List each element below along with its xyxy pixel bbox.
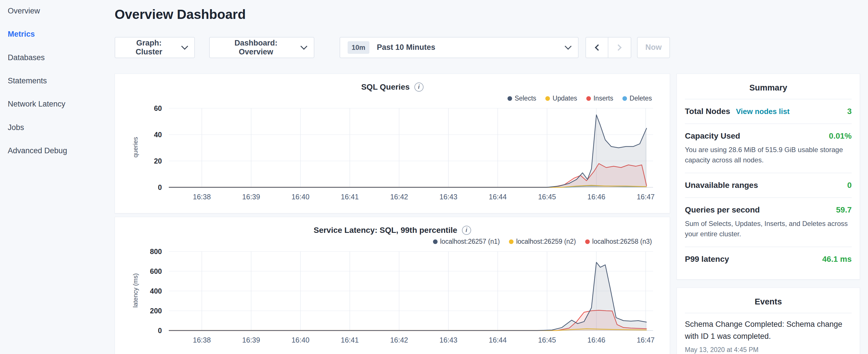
svg-text:16:44: 16:44 <box>489 193 507 201</box>
legend-dot <box>622 96 627 101</box>
legend-label: Selects <box>515 95 536 102</box>
legend-item[interactable]: localhost:26257 (n1) <box>433 238 500 246</box>
svg-text:16:38: 16:38 <box>193 336 211 344</box>
summary-label: Total Nodes <box>685 107 730 116</box>
summary-value: 59.7 <box>836 205 852 215</box>
summary-row-capacity-used: Capacity Used 0.01% You are using 28.6 M… <box>685 123 852 173</box>
chart-legend: SelectsUpdatesInsertsDeletes <box>123 95 652 102</box>
summary-row-unavailable-ranges: Unavailable ranges 0 <box>685 173 852 197</box>
chevron-down-icon <box>564 43 571 50</box>
svg-text:16:45: 16:45 <box>538 336 556 344</box>
summary-label: P99 latency <box>685 255 729 264</box>
sidebar-item-metrics[interactable]: Metrics <box>8 30 115 38</box>
event-message: Schema Change Completed: Schema change w… <box>685 319 852 343</box>
chart-body: queries 020406016:3816:3916:4016:4116:42… <box>123 103 662 203</box>
now-button[interactable]: Now <box>637 37 670 58</box>
legend-dot <box>586 96 591 101</box>
summary-value: 0 <box>847 181 852 190</box>
summary-description: You are using 28.6 MiB of 515.9 GiB usab… <box>685 144 852 165</box>
time-range-dropdown[interactable]: 10m Past 10 Minutes <box>340 37 579 58</box>
page-title: Overview Dashboard <box>115 7 670 22</box>
legend-label: Updates <box>553 95 577 102</box>
dashboard-dropdown[interactable]: Dashboard: Overview <box>209 37 314 58</box>
time-nav-group <box>585 37 631 58</box>
legend-label: localhost:26257 (n1) <box>440 238 500 246</box>
summary-row-total-nodes: Total Nodes View nodes list 3 <box>685 99 852 123</box>
svg-text:16:40: 16:40 <box>291 193 309 201</box>
summary-title: Summary <box>677 83 860 93</box>
summary-value: 46.1 ms <box>822 255 852 264</box>
graph-scope-dropdown[interactable]: Graph: Cluster <box>115 37 195 58</box>
toolbar: Graph: Cluster Dashboard: Overview 10m P… <box>115 37 670 58</box>
svg-text:0: 0 <box>158 326 162 334</box>
svg-text:16:45: 16:45 <box>538 193 556 201</box>
svg-text:16:43: 16:43 <box>440 336 458 344</box>
chevron-down-icon <box>181 43 188 50</box>
graph-scope-label: Graph: Cluster <box>123 39 175 57</box>
chevron-down-icon <box>301 43 308 50</box>
svg-text:16:40: 16:40 <box>291 336 309 344</box>
legend-label: localhost:26259 (n2) <box>516 238 576 246</box>
events-title: Events <box>677 297 860 307</box>
chevron-left-icon <box>595 44 601 51</box>
legend-item[interactable]: Deletes <box>622 95 652 102</box>
summary-description: Sum of Selects, Updates, Inserts, and De… <box>685 219 852 239</box>
chevron-right-icon <box>615 44 622 51</box>
summary-label: Queries per second <box>685 205 760 215</box>
info-icon[interactable]: i <box>414 83 424 92</box>
sidebar-item-overview[interactable]: Overview <box>8 7 115 15</box>
time-range-badge: 10m <box>348 41 369 54</box>
chart-title: SQL Queries <box>361 83 409 92</box>
info-icon[interactable]: i <box>462 226 471 235</box>
svg-text:16:42: 16:42 <box>390 336 408 344</box>
legend-item[interactable]: localhost:26259 (n2) <box>509 238 576 246</box>
svg-text:16:41: 16:41 <box>341 336 359 344</box>
svg-text:200: 200 <box>150 307 162 315</box>
summary-label: Capacity Used <box>685 131 740 141</box>
chart-header: Service Latency: SQL, 99th percentile i <box>123 226 662 235</box>
svg-text:16:42: 16:42 <box>390 193 408 201</box>
legend-label: localhost:26258 (n3) <box>592 238 652 246</box>
summary-row-queries-per-second: Queries per second 59.7 Sum of Selects, … <box>685 197 852 247</box>
svg-text:16:44: 16:44 <box>489 336 507 344</box>
time-prev-button[interactable] <box>585 37 608 58</box>
legend-item[interactable]: localhost:26258 (n3) <box>585 238 652 246</box>
legend-dot <box>585 239 590 244</box>
service-latency-chart: 020040060080016:3816:3916:4016:4116:4216… <box>123 246 662 347</box>
main-content: Overview Dashboard Graph: Cluster Dashbo… <box>115 0 670 354</box>
sidebar-item-advanced-debug[interactable]: Advanced Debug <box>8 147 115 155</box>
chart-card-service-latency: Service Latency: SQL, 99th percentile i … <box>115 217 670 354</box>
svg-text:20: 20 <box>154 157 162 165</box>
sidebar-item-jobs[interactable]: Jobs <box>8 123 115 131</box>
chart-legend: localhost:26257 (n1)localhost:26259 (n2)… <box>123 238 652 246</box>
svg-text:0: 0 <box>158 183 162 191</box>
svg-text:16:47: 16:47 <box>637 193 655 201</box>
chart-body: latency (ms) 020040060080016:3816:3916:4… <box>123 246 662 347</box>
chart-card-sql-queries: SQL Queries i SelectsUpdatesInsertsDelet… <box>115 74 670 213</box>
legend-label: Inserts <box>593 95 613 102</box>
summary-value: 3 <box>847 107 852 116</box>
view-nodes-link[interactable]: View nodes list <box>736 107 789 116</box>
svg-text:600: 600 <box>150 267 162 275</box>
svg-text:16:39: 16:39 <box>242 193 260 201</box>
svg-text:16:41: 16:41 <box>341 193 359 201</box>
app-root: Overview Metrics Databases Statements Ne… <box>0 0 868 354</box>
legend-item[interactable]: Inserts <box>586 95 613 102</box>
svg-text:16:46: 16:46 <box>587 193 606 201</box>
right-sidebar: Summary Total Nodes View nodes list 3 Ca… <box>677 0 860 354</box>
event-timestamp: May 13, 2020 at 4:45 PM <box>685 346 852 354</box>
chart-title: Service Latency: SQL, 99th percentile <box>313 226 457 235</box>
chart-header: SQL Queries i <box>123 83 662 92</box>
svg-text:60: 60 <box>154 104 162 112</box>
legend-item[interactable]: Selects <box>507 95 536 102</box>
time-next-button[interactable] <box>608 37 631 58</box>
sidebar-item-statements[interactable]: Statements <box>8 77 115 85</box>
legend-label: Deletes <box>629 95 652 102</box>
summary-panel: Summary Total Nodes View nodes list 3 Ca… <box>677 74 860 280</box>
summary-value: 0.01% <box>829 131 852 141</box>
event-item[interactable]: Schema Change Completed: Schema change w… <box>685 313 852 354</box>
sidebar-item-databases[interactable]: Databases <box>8 54 115 62</box>
sidebar-item-network-latency[interactable]: Network Latency <box>8 100 115 108</box>
legend-item[interactable]: Updates <box>545 95 577 102</box>
svg-text:16:46: 16:46 <box>587 336 606 344</box>
